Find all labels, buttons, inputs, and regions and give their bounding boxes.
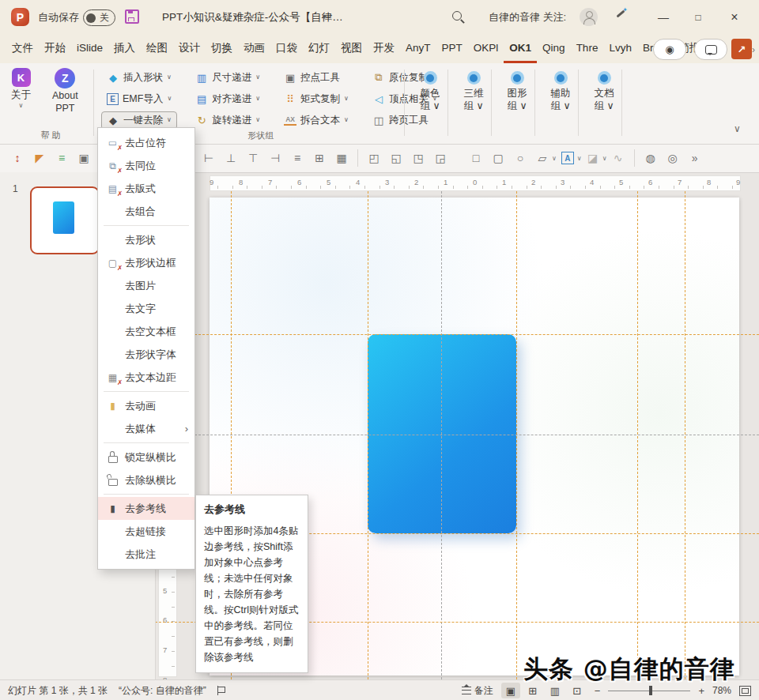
- zoom-level[interactable]: 78%: [712, 685, 731, 696]
- crop-frame-icon[interactable]: ▣: [75, 149, 93, 167]
- share-button[interactable]: ↗: [731, 39, 752, 59]
- tab-view[interactable]: 视图: [335, 35, 368, 63]
- vertical-guide[interactable]: [368, 191, 368, 679]
- zoom-in-button[interactable]: +: [698, 685, 704, 697]
- zoom-thumb[interactable]: [649, 686, 652, 695]
- comments-button[interactable]: [694, 39, 727, 60]
- vertical-guide[interactable]: [685, 191, 685, 679]
- horizontal-center-guide[interactable]: [155, 435, 759, 435]
- powerpoint-app-icon[interactable]: P: [11, 8, 29, 26]
- menu-item-remove-shape-font[interactable]: 去形状字体: [98, 343, 194, 366]
- tab-slideshow[interactable]: 幻灯: [303, 35, 335, 63]
- menu-item-remove-aspect-ratio[interactable]: 去除纵横比: [98, 469, 194, 491]
- emf-import-button[interactable]: EEMF导入∨: [101, 90, 177, 108]
- fit-to-window-icon[interactable]: [739, 686, 751, 696]
- more-tools-button[interactable]: »: [686, 149, 704, 167]
- align-top-icon[interactable]: ⊤: [244, 149, 262, 167]
- zoom-out-button[interactable]: −: [595, 685, 601, 697]
- document-group-button[interactable]: 文档组 ∨: [583, 68, 625, 112]
- split-text-button[interactable]: AX拆合文本∨: [278, 111, 354, 130]
- distribute-vertical-icon[interactable]: ⊞: [311, 149, 328, 167]
- bring-forward-icon[interactable]: ◰: [365, 149, 383, 167]
- accessibility-icon[interactable]: [217, 686, 226, 695]
- ungroup-icon[interactable]: ◲: [432, 149, 449, 167]
- matrix-copy-button[interactable]: ⠿矩式复制∨: [278, 90, 354, 108]
- align-step-button[interactable]: ▤对齐递进∨: [190, 90, 266, 108]
- rounded-rectangle-icon[interactable]: ▢: [489, 149, 507, 167]
- vertical-guide[interactable]: [637, 191, 638, 679]
- menu-item-remove-comments[interactable]: 去批注: [98, 543, 194, 566]
- menu-item-remove-shape-border[interactable]: ▢✗去形状边框: [98, 251, 194, 274]
- tab-islide[interactable]: iSlide: [71, 35, 108, 63]
- save-icon[interactable]: [125, 9, 139, 24]
- tab-design[interactable]: 设计: [173, 35, 206, 63]
- menu-item-remove-same-position[interactable]: ⧉✗去同位: [98, 154, 194, 177]
- zoom-slider[interactable]: [608, 685, 690, 696]
- menu-item-remove-guides[interactable]: ▮去参考线: [98, 497, 194, 520]
- tab-okplus[interactable]: OKPl: [468, 35, 504, 63]
- menu-item-remove-animation[interactable]: ▮去动画: [98, 394, 194, 417]
- blue-rounded-rectangle-shape[interactable]: [368, 334, 516, 533]
- document-title[interactable]: PPT小知识&疑难杂症-公众号【自律…: [162, 10, 343, 24]
- maximize-button[interactable]: □: [685, 6, 712, 28]
- menu-item-remove-layout[interactable]: ▤✗去版式: [98, 177, 194, 200]
- tab-file[interactable]: 文件: [6, 35, 39, 63]
- group-icon[interactable]: ◳: [410, 149, 427, 167]
- handle-tool-button[interactable]: ▣控点工具: [278, 69, 354, 87]
- tab-animations[interactable]: 动画: [238, 35, 270, 63]
- textbox-icon[interactable]: A: [559, 149, 576, 167]
- menu-item-remove-empty-textbox[interactable]: 去空文本框: [98, 320, 194, 343]
- about-ppt-button[interactable]: Z About PPT: [52, 68, 78, 114]
- about-kj-button[interactable]: K 关于 ∨: [11, 68, 31, 108]
- record-button[interactable]: ◉: [653, 39, 686, 60]
- menu-item-remove-placeholder[interactable]: ▭✗去占位符: [98, 131, 194, 154]
- graphic-group-button[interactable]: 图形组 ∨: [496, 68, 538, 112]
- tab-anyt[interactable]: AnyT: [400, 35, 436, 63]
- tab-ok10[interactable]: OK1: [504, 35, 537, 63]
- select-shape-icon[interactable]: ◤: [31, 149, 48, 167]
- menu-item-remove-group[interactable]: 去组合: [98, 200, 194, 223]
- more-tabs-chevron-icon[interactable]: ›: [752, 44, 755, 55]
- menu-item-remove-shape[interactable]: 去形状: [98, 228, 194, 251]
- close-button[interactable]: ×: [721, 6, 748, 28]
- union-shapes-icon[interactable]: ◍: [642, 149, 659, 167]
- presenter-coach-icon[interactable]: [614, 10, 625, 21]
- insert-shape-button[interactable]: ◆插入形状∨: [101, 69, 177, 87]
- tab-ppt[interactable]: PPT: [436, 35, 468, 63]
- menu-item-remove-hyperlink[interactable]: 去超链接: [98, 520, 194, 543]
- tab-home[interactable]: 开始: [39, 35, 71, 63]
- collapse-ribbon-icon[interactable]: ∨: [734, 123, 741, 134]
- align-right-icon[interactable]: ⊣: [266, 149, 284, 167]
- assist-group-button[interactable]: 辅助组 ∨: [539, 68, 582, 112]
- minimize-button[interactable]: —: [650, 6, 677, 28]
- resize-height-icon[interactable]: ↕: [9, 149, 26, 167]
- ellipse-shape-icon[interactable]: ○: [512, 149, 529, 167]
- subtract-shapes-icon[interactable]: ◎: [664, 149, 682, 167]
- three-d-group-button[interactable]: 三维组 ∨: [452, 68, 495, 112]
- tab-three[interactable]: Thre: [571, 35, 604, 63]
- normal-view-icon[interactable]: ▣: [501, 683, 520, 698]
- size-step-button[interactable]: ▥尺寸递进∨: [190, 69, 266, 87]
- align-left-icon[interactable]: ⊢: [200, 149, 217, 167]
- horizontal-ruler[interactable]: 9876543210123456789: [210, 175, 741, 191]
- horizontal-guide[interactable]: [155, 334, 759, 335]
- title-dropdown-icon[interactable]: ▾: [323, 12, 327, 21]
- tab-lvyh[interactable]: Lvyh: [603, 35, 637, 63]
- freeform-icon[interactable]: ∿: [610, 149, 627, 167]
- autosave-toggle[interactable]: 关: [83, 9, 115, 26]
- tab-transitions[interactable]: 切换: [206, 35, 238, 63]
- tab-insert[interactable]: 插入: [108, 35, 141, 63]
- rectangle-shape-icon[interactable]: □: [467, 149, 485, 167]
- menu-item-remove-text-margin[interactable]: ▦✗去文本边距: [98, 366, 194, 389]
- notes-button[interactable]: 备注: [462, 684, 493, 698]
- color-group-button[interactable]: 颜色组 ∨: [409, 68, 451, 112]
- tab-qing[interactable]: Qing: [537, 35, 571, 63]
- distribute-horizontal-icon[interactable]: ≡: [289, 149, 306, 167]
- tab-developer[interactable]: 开发: [368, 35, 400, 63]
- user-avatar[interactable]: [580, 8, 598, 26]
- menu-item-remove-media[interactable]: 去媒体›: [98, 417, 194, 440]
- vertical-guide[interactable]: [516, 191, 517, 679]
- menu-item-remove-text[interactable]: 去文字: [98, 297, 194, 320]
- slide-thumbnail[interactable]: [30, 186, 100, 254]
- send-backward-icon[interactable]: ◱: [387, 149, 405, 167]
